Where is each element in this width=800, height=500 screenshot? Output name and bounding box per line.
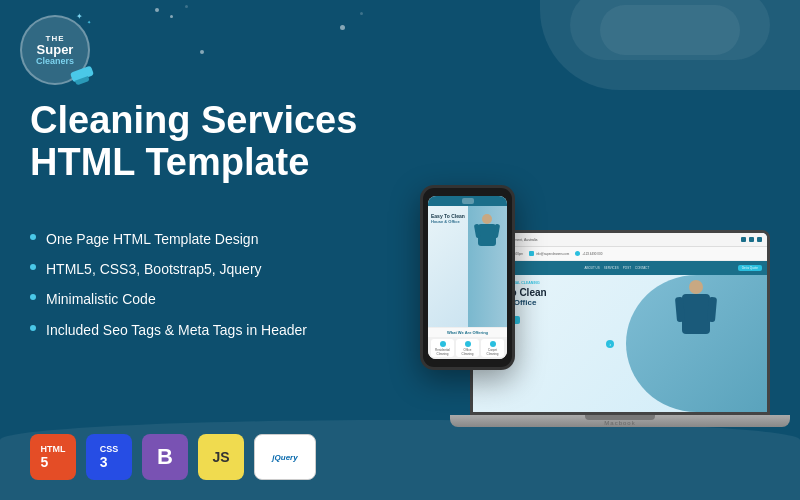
phone-card-icon-3	[490, 341, 496, 347]
carousel-next[interactable]: ›	[606, 340, 614, 348]
laptop-base: Macbook	[450, 415, 790, 427]
phone-card-icon-2	[465, 341, 471, 347]
bootstrap-badge: B	[142, 434, 188, 480]
bullet-icon-4	[30, 325, 36, 331]
phone-card-label-2: OfficeCleaning	[462, 348, 474, 356]
phone-logo	[462, 198, 474, 204]
phone-screen: Easy To Clean House & Office What We Are…	[428, 196, 507, 359]
laptop-brand-label: Macbook	[604, 420, 635, 426]
bullet-icon-1	[30, 234, 36, 240]
logo-brush-icon	[70, 66, 94, 83]
screen-hero: HIGHLY PROFESSIONAL CLEANING Easy To Cle…	[473, 275, 767, 412]
feature-item-2: HTML5, CSS3, Bootstrap5, Jquery	[30, 260, 360, 278]
laptop-screen: 50 Street, 8A Apartment, Australia Mon-F…	[470, 230, 770, 415]
html5-label: HTML5	[41, 444, 66, 470]
javascript-badge: JS	[198, 434, 244, 480]
nav-post: POST	[623, 266, 631, 270]
logo-star-2: ✦	[87, 19, 91, 25]
html5-badge: HTML5	[30, 434, 76, 480]
nav-about: ABOUT US	[584, 266, 599, 270]
dot-decoration-1	[155, 8, 159, 12]
phone-screen-inner: Easy To Clean House & Office What We Are…	[428, 196, 507, 359]
nav-services: SERVICES	[604, 266, 619, 270]
main-headline: Cleaning Services HTML Template	[30, 100, 370, 184]
feature-text-3: Minimalistic Code	[46, 290, 156, 308]
screen-info-bar: 50 Street, 8A Apartment, Australia	[473, 233, 767, 247]
logo-area: THE Super Cleaners ✦ ✦	[20, 15, 90, 85]
phone-card-2: OfficeCleaning	[456, 339, 479, 357]
dot-decoration-4	[200, 50, 204, 54]
screen-hero-text: HIGHLY PROFESSIONAL CLEANING Easy To Cle…	[473, 275, 767, 331]
phone-card-label-3: CarpetCleaning	[487, 348, 499, 356]
email-icon	[529, 251, 534, 256]
feature-item-3: Minimalistic Code	[30, 290, 360, 308]
dot-decoration-3	[185, 5, 188, 8]
phone-card-label-1: ResidentialCleaning	[435, 348, 450, 356]
bootstrap-label: B	[157, 444, 173, 470]
dot-decoration-6	[360, 12, 363, 15]
get-quote-btn[interactable]: Get a Quote	[738, 265, 762, 271]
phone-service-cards: ResidentialCleaning OfficeCleaning Carpe…	[428, 337, 507, 359]
bullet-icon-3	[30, 294, 36, 300]
social-fb	[741, 237, 746, 242]
phone-nav-bar	[428, 196, 507, 206]
logo-circle: THE Super Cleaners ✦ ✦	[20, 15, 90, 85]
social-icons	[741, 237, 762, 242]
screen-contact-bar: Mon-Fri: 09:00am - 10:00pm info@supercle…	[473, 247, 767, 261]
screen-email: info@supercleaners.com	[529, 251, 569, 256]
feature-item-4: Included Seo Tags & Meta Tags in Header	[30, 321, 360, 339]
nav-contact: CONTACT	[635, 266, 649, 270]
screen-nav-links: ABOUT US SERVICES POST CONTACT	[500, 266, 734, 270]
headline-line1: Cleaning Services	[30, 100, 370, 142]
dot-decoration-2	[170, 15, 173, 18]
feature-text-2: HTML5, CSS3, Bootstrap5, Jquery	[46, 260, 262, 278]
phone-hero-area: Easy To Clean House & Office	[428, 206, 507, 327]
css3-badge: CSS3	[86, 434, 132, 480]
phone-card-icon-1	[440, 341, 446, 347]
js-label: JS	[212, 449, 229, 465]
logo-cleaners: Cleaners	[36, 56, 74, 66]
feature-text-1: One Page HTML Template Design	[46, 230, 258, 248]
css3-label: CSS3	[100, 444, 119, 470]
device-container: Easy To Clean House & Office What We Are…	[400, 20, 790, 450]
logo-super: Super	[37, 43, 74, 56]
jquery-badge: jQuery	[254, 434, 316, 480]
phone-card-3: CarpetCleaning	[481, 339, 504, 357]
jquery-text: jQuery	[272, 453, 297, 462]
screen-hero-label: HIGHLY PROFESSIONAL CLEANING	[479, 281, 761, 285]
phone-hero-figure	[472, 214, 502, 254]
screen-main-nav: ABOUT US SERVICES POST CONTACT Get a Quo…	[473, 261, 767, 275]
headline-line2: HTML Template	[30, 142, 370, 184]
feature-item-1: One Page HTML Template Design	[30, 230, 360, 248]
dot-decoration-5	[340, 25, 345, 30]
screen-hero-title: Easy To Clean	[479, 287, 761, 298]
phone-card-1: ResidentialCleaning	[431, 339, 454, 357]
phone-text: +123 4490 000	[582, 252, 602, 256]
phone-icon	[575, 251, 580, 256]
email-text: info@supercleaners.com	[536, 252, 569, 256]
logo-star-1: ✦	[76, 12, 83, 21]
screen-hero-subtitle: House & Office	[479, 298, 761, 307]
tech-badges: HTML5 CSS3 B JS jQuery	[30, 434, 316, 480]
phone-mockup: Easy To Clean House & Office What We Are…	[420, 185, 515, 370]
screen-phone: +123 4490 000	[575, 251, 602, 256]
social-tw	[749, 237, 754, 242]
phone-section-title: What We Are Offering	[428, 327, 507, 337]
screen-content: 50 Street, 8A Apartment, Australia Mon-F…	[473, 233, 767, 412]
social-in	[757, 237, 762, 242]
feature-list: One Page HTML Template Design HTML5, CSS…	[30, 230, 360, 351]
feature-text-4: Included Seo Tags & Meta Tags in Header	[46, 321, 307, 339]
bullet-icon-2	[30, 264, 36, 270]
